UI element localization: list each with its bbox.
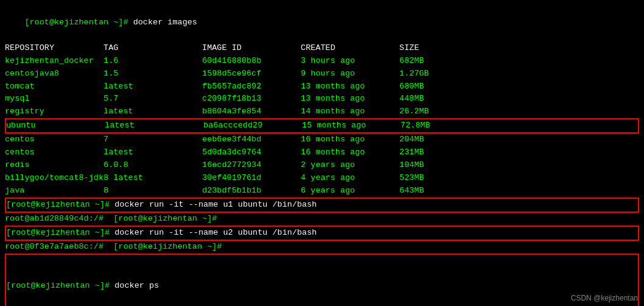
output-u2: root@0f3e7a7aeb8c:/# [root@keijizhentan … [5, 241, 639, 254]
row-billygoo: billygoo/tomcat8-jdk8 latest 30ef4019761… [5, 172, 639, 185]
cmd-run-u2: docker run -it --name u2 ubuntu /bin/bas… [110, 228, 317, 237]
row-redis: redis 6.0.8 16ecd2772934 2 years ago 104… [5, 159, 639, 172]
cmd-1: docker images [128, 18, 197, 27]
row-centos7: centos 7 eeb6ee3f44bd 16 months ago 204M… [5, 133, 639, 146]
row-ubuntu: ubuntu latest ba6acccedd29 15 months ago… [5, 118, 639, 133]
cmd-run-u2-block: [root@kejizhentan ~]# docker run -it --n… [5, 226, 639, 241]
prompt-run-u2: [root@kejizhentan ~]# [6, 228, 110, 237]
row-centosjava8: centosjava8 1.5 1598d5ce96cf 9 hours ago… [5, 68, 639, 80]
row-mysql: mysql 5.7 c20987f18b13 13 months ago 448… [5, 93, 639, 105]
output-u1: root@ab1d28849c4d:/# [root@kejizhentan ~… [5, 213, 639, 226]
row-registry: registry latest b8604a3fe854 14 months a… [5, 105, 639, 118]
watermark: CSDN @kejizhentan [571, 294, 638, 302]
prompt-1: [root@kejizhentan ~]# [24, 18, 128, 27]
docker-ps-block: [root@kejizhentan ~]# docker ps CONTAINE… [5, 254, 639, 306]
terminal: [root@kejizhentan ~]# docker images REPO… [0, 0, 644, 306]
cmd-run-u1-block: [root@kejizhentan ~]# docker run -it --n… [5, 197, 639, 213]
row-centos-latest: centos latest 5d0da3dc9764 16 months ago… [5, 146, 639, 159]
line-1: [root@kejizhentan ~]# docker images [5, 4, 639, 42]
row-java: java 8 d23bdf5b1b1b 6 years ago 643MB [5, 185, 639, 197]
prompt-run-u1: [root@kejizhentan ~]# [6, 200, 110, 209]
images-header: REPOSITORY TAG IMAGE ID CREATED SIZE [5, 42, 639, 55]
row-tomcat: tomcat latest fb5657adc892 13 months ago… [5, 80, 639, 93]
cmd-run-u1: docker run -it --name u1 ubuntu /bin/bas… [110, 200, 317, 209]
row-kejizhentan: kejizhentan_docker 1.6 60d416880b8b 3 ho… [5, 55, 639, 68]
prompt-ps: [root@kejizhentan ~]# docker ps [6, 280, 638, 293]
